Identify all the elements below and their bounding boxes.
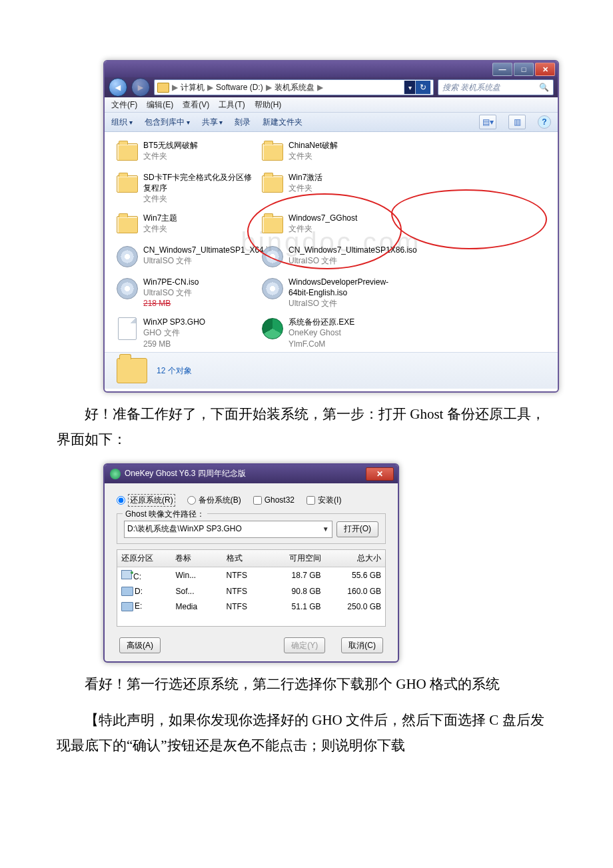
file-item[interactable]: 系统备份还原.EXEOneKey GhostYlmF.CoM [259, 315, 404, 351]
cell-free: 18.7 GB [267, 568, 325, 583]
file-name: SD卡TF卡完全格式化及分区修复程序 [143, 172, 258, 193]
breadcrumb-item[interactable]: 计算机 [181, 82, 205, 93]
file-text: Windows7_GGhost文件夹 [289, 213, 357, 234]
cell-format: NTFS [223, 568, 267, 583]
menu-file[interactable]: 文件(F) [111, 99, 137, 111]
breadcrumb-sep: ▶ [172, 83, 178, 92]
cell-label: Media [171, 599, 222, 614]
file-name: WinXP SP3.GHO [143, 317, 205, 327]
file-item[interactable]: ChinaNet破解文件夹 [259, 139, 404, 165]
minimize-button[interactable]: — [492, 63, 512, 76]
ok-button[interactable]: 确定(Y) [284, 637, 325, 653]
file-name: 系统备份还原.EXE [289, 317, 354, 327]
view-button[interactable]: ▤▾ [479, 115, 496, 129]
dialog-titlebar: OneKey Ghost Y6.3 四周年纪念版 ✕ [105, 465, 398, 483]
preview-pane-button[interactable]: ▥ [508, 115, 526, 129]
cell-drive: D: [117, 584, 171, 599]
search-placeholder: 搜索 装机系统盘 [442, 82, 500, 93]
path-fieldset: Ghost 映像文件路径： D:\装机系统盘\WinXP SP3.GHO ▼ 打… [117, 513, 386, 544]
menu-edit[interactable]: 编辑(E) [147, 99, 173, 111]
table-row[interactable]: C:Win...NTFS18.7 GB55.6 GB [117, 567, 385, 584]
address-dropdown[interactable]: ▾ [404, 81, 415, 94]
share-button[interactable]: 共享 [202, 117, 223, 128]
help-button[interactable]: ? [538, 115, 551, 129]
file-text: BT5无线网破解文件夹 [143, 140, 198, 161]
cell-total: 160.0 GB [325, 584, 385, 599]
file-item[interactable]: WindowsDeveloperPreview-64bit-English.is… [259, 275, 404, 311]
file-icon [115, 317, 139, 341]
folder-icon [261, 140, 285, 164]
table-row[interactable]: E:MediaNTFS51.1 GB250.0 GB [117, 599, 385, 614]
close-button[interactable]: ✕ [535, 63, 555, 76]
app-icon [110, 469, 121, 479]
file-item[interactable]: CN_Windows7_UltimateSP1X86.isoUltraISO 文… [259, 243, 404, 270]
file-item[interactable]: BT5无线网破解文件夹 [114, 139, 259, 165]
forward-button[interactable]: ► [131, 78, 150, 97]
menu-view[interactable]: 查看(V) [183, 99, 209, 111]
menu-help[interactable]: 帮助(H) [255, 99, 282, 111]
cell-label: Sof... [171, 584, 222, 599]
file-text: SD卡TF卡完全格式化及分区修复程序文件夹 [143, 172, 258, 205]
advanced-button[interactable]: 高级(A) [119, 637, 161, 653]
cell-label: Win... [171, 568, 222, 583]
file-text: WinXP SP3.GHOGHO 文件259 MB [143, 317, 205, 349]
disc-icon [261, 245, 285, 269]
breadcrumb-item[interactable]: Software (D:) [216, 83, 263, 92]
paragraph: 看好！第一行选还原系统，第二行选择你下载那个 GHO 格式的系统 [57, 672, 556, 697]
cancel-button[interactable]: 取消(C) [341, 637, 383, 653]
menu-tools[interactable]: 工具(T) [219, 99, 245, 111]
col-label: 卷标 [171, 550, 222, 567]
backup-radio[interactable]: 备份系统(B) [187, 495, 241, 506]
cell-drive: C: [117, 567, 171, 584]
file-item[interactable]: SD卡TF卡完全格式化及分区修复程序文件夹 [114, 171, 259, 206]
col-free: 可用空间 [267, 550, 325, 567]
restore-radio[interactable]: 还原系统(R) [117, 494, 175, 507]
newfolder-button[interactable]: 新建文件夹 [263, 117, 303, 128]
search-input[interactable]: 搜索 装机系统盘 🔍 [438, 79, 554, 95]
cell-total: 55.6 GB [325, 568, 385, 583]
file-subtext: UltraISO 文件 [143, 287, 199, 298]
path-combobox[interactable]: D:\装机系统盘\WinXP SP3.GHO ▼ [124, 521, 332, 538]
include-button[interactable]: 包含到库中 [145, 117, 190, 128]
drive-icon [121, 587, 133, 596]
titlebar: — □ ✕ [105, 61, 558, 77]
mode-row: 还原系统(R) 备份系统(B) Ghost32 安装(I) [117, 494, 386, 507]
refresh-button[interactable]: ↻ [415, 81, 430, 94]
file-name: Win7PE-CN.iso [143, 277, 199, 287]
file-text: WindowsDeveloperPreview-64bit-English.is… [289, 277, 403, 309]
file-item[interactable]: Win7激活文件夹 [259, 171, 404, 206]
file-item[interactable]: WinXP SP3.GHOGHO 文件259 MB [114, 315, 259, 351]
file-area: bingdoc.com BT5无线网破解文件夹ChinaNet破解文件夹SD卡T… [105, 132, 558, 352]
file-subtext: 文件夹 [143, 193, 258, 204]
ghost32-check[interactable]: Ghost32 [253, 495, 295, 505]
command-bar: 组织 包含到库中 共享 刻录 新建文件夹 ▤▾ ▥ ? [105, 113, 558, 132]
file-item[interactable]: CN_Windows7_UltimateSP1_X64.isoUltraISO … [114, 243, 259, 270]
file-item[interactable]: Win7主题文件夹 [114, 211, 259, 238]
breadcrumb-item[interactable]: 装机系统盘 [275, 82, 314, 93]
file-subtext: GHO 文件 [143, 327, 205, 338]
file-item[interactable]: Windows7_GGhost文件夹 [259, 211, 404, 238]
disc-icon [261, 277, 285, 301]
folder-icon [115, 140, 139, 164]
address-bar[interactable]: ▶ 计算机 ▶ Software (D:) ▶ 装机系统盘 ▶ ▾ ↻ [154, 79, 434, 95]
col-partition: 还原分区 [117, 550, 171, 567]
organize-button[interactable]: 组织 [111, 117, 133, 128]
status-bar: 12 个对象 [105, 352, 558, 389]
burn-button[interactable]: 刻录 [235, 117, 251, 128]
close-button[interactable]: ✕ [366, 467, 394, 481]
install-check[interactable]: 安装(I) [306, 495, 341, 506]
file-text: Win7PE-CN.isoUltraISO 文件218 MB [143, 277, 199, 309]
file-item[interactable]: Win7PE-CN.isoUltraISO 文件218 MB [114, 275, 259, 311]
open-button[interactable]: 打开(O) [336, 521, 378, 537]
file-text: Win7主题文件夹 [143, 213, 177, 234]
file-subtext: UltraISO 文件 [143, 255, 276, 266]
paragraph: 好！准备工作好了，下面开始装系统，第一步：打开 Ghost 备份还原工具，界面如… [57, 402, 556, 453]
search-icon: 🔍 [539, 83, 549, 92]
file-subtext: 文件夹 [289, 151, 338, 161]
maximize-button[interactable]: □ [514, 63, 534, 76]
table-row[interactable]: D:Sof...NTFS90.8 GB160.0 GB [117, 584, 385, 599]
folder-icon [261, 213, 285, 237]
back-button[interactable]: ◄ [109, 78, 127, 97]
file-name: Windows7_GGhost [289, 213, 357, 223]
path-value: D:\装机系统盘\WinXP SP3.GHO [127, 523, 242, 535]
